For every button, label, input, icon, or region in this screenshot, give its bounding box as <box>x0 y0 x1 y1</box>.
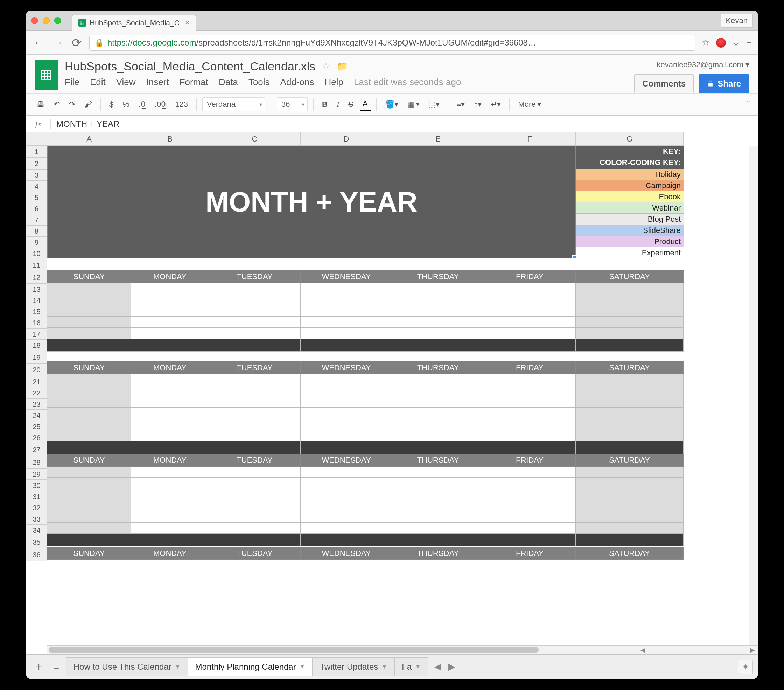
row-header[interactable]: 9 <box>26 237 47 248</box>
row-header[interactable]: 4 <box>26 181 47 192</box>
cell[interactable] <box>576 500 684 512</box>
comments-button[interactable]: Comments <box>634 74 694 93</box>
sheet-tab[interactable]: Fa▼ <box>394 657 428 676</box>
cell[interactable] <box>131 523 209 534</box>
sheet-tab[interactable]: Monthly Planning Calendar▼ <box>188 657 313 676</box>
cell[interactable] <box>209 396 301 408</box>
cell[interactable] <box>392 385 484 396</box>
cell[interactable] <box>301 317 392 328</box>
undo-icon[interactable]: ↶ <box>51 98 63 111</box>
row-header[interactable]: 32 <box>26 502 47 513</box>
cell[interactable] <box>131 374 209 385</box>
bold-button[interactable]: B <box>319 98 330 111</box>
cell[interactable] <box>484 500 576 512</box>
decrease-decimal-button[interactable]: .0̲ <box>136 98 148 111</box>
cell[interactable] <box>131 328 209 339</box>
row-header[interactable]: 21 <box>26 376 47 387</box>
cell[interactable] <box>131 500 209 512</box>
menu-file[interactable]: File <box>65 77 79 87</box>
cell[interactable] <box>131 512 209 523</box>
row-header[interactable]: 33 <box>26 513 47 525</box>
cell[interactable] <box>209 467 301 478</box>
collapse-toolbar-icon[interactable]: ˆ <box>746 98 750 110</box>
account-email[interactable]: kevanlee932@gmail.com ▾ <box>657 60 749 69</box>
cell[interactable] <box>392 408 484 419</box>
row-header[interactable]: 7 <box>26 215 47 226</box>
cell[interactable] <box>392 500 484 512</box>
share-button[interactable]: Share <box>698 74 749 93</box>
sheet-tab-menu-icon[interactable]: ▼ <box>382 664 387 670</box>
cell[interactable] <box>47 467 131 478</box>
cell[interactable] <box>576 294 684 305</box>
cell[interactable] <box>484 523 576 534</box>
cell[interactable] <box>484 467 576 478</box>
strikethrough-button[interactable]: S <box>346 98 356 111</box>
cell[interactable] <box>131 467 209 478</box>
row-header[interactable]: 31 <box>26 491 47 502</box>
text-color-button[interactable]: A <box>360 98 371 111</box>
cell[interactable] <box>392 512 484 523</box>
row-header[interactable]: 30 <box>26 480 47 491</box>
italic-button[interactable]: I <box>334 98 342 111</box>
print-icon[interactable]: 🖶 <box>34 98 47 111</box>
forward-button[interactable]: → <box>51 36 64 50</box>
cell[interactable] <box>484 489 576 500</box>
cell[interactable] <box>131 283 209 294</box>
cell[interactable] <box>47 523 131 534</box>
cell[interactable] <box>484 317 576 328</box>
cell[interactable] <box>484 328 576 339</box>
sheet-tab-menu-icon[interactable]: ▼ <box>300 664 305 670</box>
more-button[interactable]: More ▾ <box>515 98 544 111</box>
browser-profile-button[interactable]: Kevan <box>721 14 753 28</box>
menu-view[interactable]: View <box>116 77 136 87</box>
pocket-icon[interactable]: ⌄ <box>732 37 740 48</box>
row-header[interactable]: 3 <box>26 170 47 181</box>
cell[interactable] <box>209 317 301 328</box>
borders-button[interactable]: ▦▾ <box>405 98 422 111</box>
menu-format[interactable]: Format <box>180 77 208 87</box>
cell[interactable] <box>301 478 392 489</box>
menu-tools[interactable]: Tools <box>249 77 270 87</box>
row-header[interactable]: 16 <box>26 317 47 328</box>
row-header[interactable]: 27 <box>26 443 47 456</box>
cell[interactable] <box>47 500 131 512</box>
row-header[interactable]: 26 <box>26 432 47 443</box>
merge-cells-button[interactable]: ⬚▾ <box>426 98 442 111</box>
cell[interactable] <box>47 512 131 523</box>
row-header[interactable]: 35 <box>26 536 47 548</box>
cell[interactable] <box>484 430 576 441</box>
cell[interactable] <box>392 317 484 328</box>
col-header[interactable]: C <box>209 132 301 146</box>
browser-tab[interactable]: HubSpots_Social_Media_C × <box>72 15 196 31</box>
cell[interactable] <box>576 489 684 500</box>
cell[interactable] <box>576 283 684 294</box>
cell[interactable] <box>209 478 301 489</box>
folder-icon[interactable]: 📁 <box>337 61 348 72</box>
number-format-button[interactable]: 123 <box>172 98 191 111</box>
reload-button[interactable]: ⟳ <box>70 36 83 50</box>
cell[interactable] <box>209 500 301 512</box>
row-header[interactable]: 8 <box>26 226 47 237</box>
close-window-button[interactable] <box>31 17 38 24</box>
menu-data[interactable]: Data <box>219 77 238 87</box>
cell[interactable] <box>392 478 484 489</box>
row-header[interactable]: 5 <box>26 192 47 203</box>
cell[interactable] <box>47 419 131 430</box>
close-tab-icon[interactable]: × <box>185 18 190 27</box>
cell[interactable] <box>576 396 684 408</box>
vertical-scrollbar[interactable] <box>749 146 758 645</box>
cell[interactable] <box>47 489 131 500</box>
cell[interactable] <box>131 385 209 396</box>
cell[interactable] <box>47 328 131 339</box>
col-header[interactable]: A <box>47 132 131 146</box>
currency-button[interactable]: $ <box>106 98 116 111</box>
row-header[interactable]: 20 <box>26 363 47 376</box>
font-size-dropdown[interactable]: 36 <box>277 97 308 111</box>
col-header[interactable]: G <box>576 132 684 146</box>
paint-format-icon[interactable]: 🖌 <box>82 98 95 111</box>
menu-help[interactable]: Help <box>324 77 343 87</box>
row-header[interactable]: 22 <box>26 387 47 399</box>
cell[interactable] <box>576 512 684 523</box>
address-bar[interactable]: 🔒 https://docs.google.com/spreadsheets/d… <box>89 35 695 51</box>
cell[interactable] <box>392 305 484 317</box>
